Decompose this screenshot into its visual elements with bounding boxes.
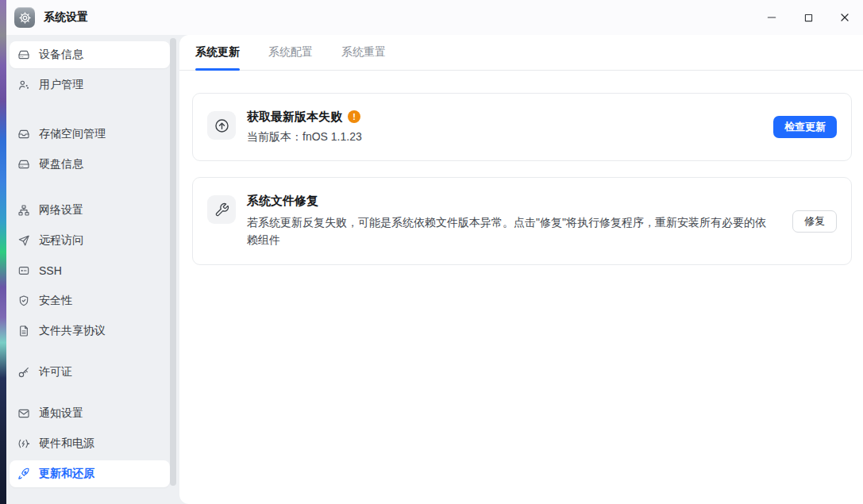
tab-label: 系统重置 [341,45,386,60]
sidebar-item-storage-management[interactable]: 存储空间管理 [10,121,170,148]
check-update-button[interactable]: 检查更新 [773,116,837,138]
mail-icon [17,407,30,420]
rocket-icon [17,467,30,480]
sidebar-item-network-settings[interactable]: 网络设置 [10,197,170,224]
update-card-actions: 检查更新 [773,116,837,138]
tab-label: 系统配置 [268,45,313,60]
main-panel: 系统更新 系统配置 系统重置 获取最新版本失败 [179,35,863,504]
arrow-up-circle-icon [207,111,236,140]
sidebar-item-label: 硬盘信息 [39,157,83,171]
storage-inbox-icon [17,128,30,140]
repair-button[interactable]: 修复 [792,210,837,233]
sidebar-item-label: 安全性 [39,294,72,308]
update-status-card: 获取最新版本失败 ! 当前版本：fnOS 1.1.23 检查更新 [192,93,852,161]
warning-badge-icon: ! [348,110,360,123]
repair-card-title: 系统文件修复 [247,194,318,208]
hard-drive-icon [17,48,30,61]
desktop-wallpaper-sliver [0,0,6,504]
sidebar-item-ssh[interactable]: SSH [10,257,170,284]
sidebar-item-label: 许可证 [39,365,72,379]
network-icon [17,204,30,217]
hard-drive-icon [17,158,30,171]
tab-content: 获取最新版本失败 ! 当前版本：fnOS 1.1.23 检查更新 [179,71,863,281]
tab-label: 系统更新 [195,45,240,60]
tabbar: 系统更新 系统配置 系统重置 [179,35,863,71]
sidebar: 设备信息 用户管理 存储空间管理 硬盘信息 [6,35,179,504]
user-icon [17,79,30,91]
window-controls [753,0,863,35]
sidebar-item-label: 更新和还原 [39,467,94,481]
power-bolt-icon [17,437,30,450]
sidebar-item-file-sharing[interactable]: 文件共享协议 [10,317,170,344]
repair-card-body: 系统文件修复 若系统更新反复失败，可能是系统依赖文件版本异常。点击"修复"将执行… [247,194,792,248]
app-gear-icon [14,7,35,28]
sidebar-item-device-info[interactable]: 设备信息 [10,41,170,68]
repair-card-description: 若系统更新反复失败，可能是系统依赖文件版本异常。点击"修复"将执行修复程序，重新… [247,214,773,248]
sidebar-item-label: 网络设置 [39,203,83,217]
sidebar-item-security[interactable]: 安全性 [10,287,170,314]
close-icon[interactable] [826,0,863,35]
paper-plane-icon [17,234,30,247]
sidebar-item-label: 设备信息 [39,48,83,62]
tab-system-reset[interactable]: 系统重置 [341,35,386,70]
sidebar-item-remote-access[interactable]: 远程访问 [10,227,170,254]
tab-system-update[interactable]: 系统更新 [195,35,240,70]
sidebar-item-notification-settings[interactable]: 通知设置 [10,400,170,427]
system-settings-window: 系统设置 设备信息 用户 [0,0,863,504]
titlebar: 系统设置 [6,0,863,35]
active-tab-underline [195,68,240,71]
minimize-icon[interactable] [753,0,790,35]
wrench-icon [207,195,236,224]
sidebar-item-label: 硬件和电源 [39,437,94,451]
key-icon [17,366,30,379]
maximize-icon[interactable] [790,0,826,35]
current-version-text: 当前版本：fnOS 1.1.23 [247,130,754,144]
sidebar-item-label: SSH [39,264,62,277]
sidebar-item-label: 存储空间管理 [39,127,106,141]
tab-system-config[interactable]: 系统配置 [268,35,313,70]
document-icon [17,325,30,337]
update-card-body: 获取最新版本失败 ! 当前版本：fnOS 1.1.23 [247,110,773,144]
sidebar-scrollbar[interactable] [170,38,176,486]
terminal-icon [17,264,30,277]
repair-card-actions: 修复 [792,210,837,233]
sidebar-item-license[interactable]: 许可证 [10,359,170,386]
shield-check-icon [17,294,30,307]
window-title: 系统设置 [44,10,88,25]
sidebar-item-disk-info[interactable]: 硬盘信息 [10,151,170,178]
sidebar-item-label: 通知设置 [39,406,83,421]
window-body: 设备信息 用户管理 存储空间管理 硬盘信息 [6,35,863,504]
sidebar-item-label: 用户管理 [39,78,83,92]
sidebar-item-label: 文件共享协议 [39,324,106,338]
sidebar-item-update-restore[interactable]: 更新和还原 [10,460,170,487]
update-card-title: 获取最新版本失败 [247,110,342,124]
sidebar-item-user-management[interactable]: 用户管理 [10,71,170,98]
system-repair-card: 系统文件修复 若系统更新反复失败，可能是系统依赖文件版本异常。点击"修复"将执行… [192,177,852,265]
sidebar-item-label: 远程访问 [39,233,83,248]
sidebar-item-hardware-power[interactable]: 硬件和电源 [10,430,170,457]
